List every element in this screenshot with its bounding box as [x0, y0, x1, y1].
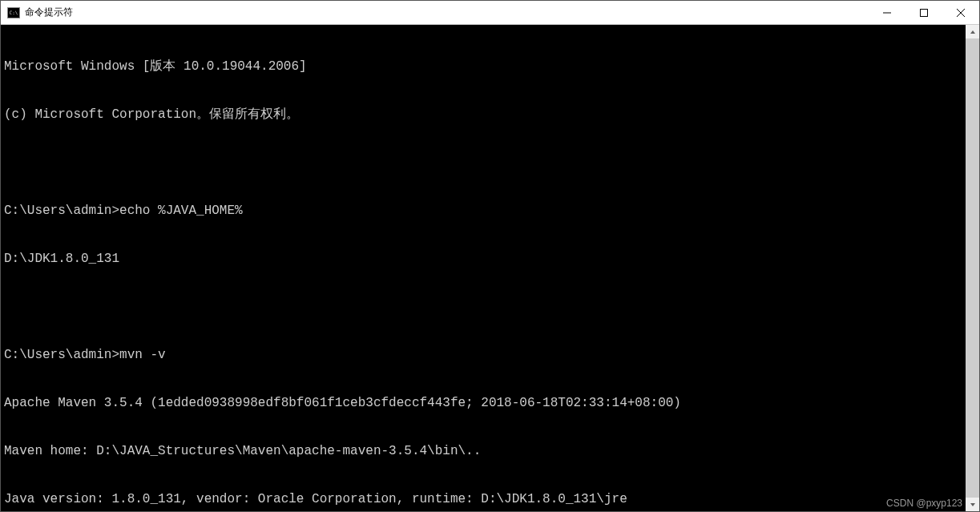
- chevron-up-icon: [970, 29, 976, 35]
- scroll-down-button[interactable]: [966, 498, 979, 511]
- vertical-scrollbar[interactable]: [966, 25, 979, 511]
- minimize-icon: [883, 9, 891, 17]
- terminal-output[interactable]: Microsoft Windows [版本 10.0.19044.2006] (…: [1, 25, 966, 511]
- terminal-line: Maven home: D:\JAVA_Structures\Maven\apa…: [4, 443, 962, 459]
- scroll-thumb[interactable]: [966, 38, 979, 498]
- svg-marker-4: [970, 30, 975, 34]
- terminal-line: C:\Users\admin>echo %JAVA_HOME%: [4, 203, 962, 219]
- svg-rect-1: [921, 9, 928, 16]
- cmd-icon: [7, 7, 20, 18]
- terminal-line: Apache Maven 3.5.4 (1edded0938998edf8bf0…: [4, 395, 962, 411]
- terminal-line: [4, 155, 962, 171]
- minimize-button[interactable]: [869, 1, 905, 24]
- scroll-up-button[interactable]: [966, 25, 979, 38]
- maximize-button[interactable]: [905, 1, 942, 24]
- watermark: CSDN @pxyp123: [886, 498, 962, 509]
- svg-marker-5: [970, 503, 975, 506]
- close-button[interactable]: [942, 1, 979, 24]
- terminal-line: Microsoft Windows [版本 10.0.19044.2006]: [4, 58, 962, 75]
- window-title: 命令提示符: [25, 6, 73, 19]
- titlebar[interactable]: 命令提示符: [1, 1, 979, 25]
- close-icon: [957, 9, 965, 17]
- chevron-down-icon: [970, 502, 976, 508]
- titlebar-left: 命令提示符: [1, 6, 73, 19]
- terminal-wrapper: Microsoft Windows [版本 10.0.19044.2006] (…: [1, 25, 979, 511]
- terminal-line: Java version: 1.8.0_131, vendor: Oracle …: [4, 491, 962, 507]
- terminal-line: D:\JDK1.8.0_131: [4, 251, 962, 267]
- scroll-track[interactable]: [966, 38, 979, 498]
- terminal-line: (c) Microsoft Corporation。保留所有权利。: [4, 107, 962, 123]
- terminal-line: C:\Users\admin>mvn -v: [4, 347, 962, 363]
- terminal-line: [4, 299, 962, 315]
- command-prompt-window: 命令提示符 Microsoft Windows [版本 10.0.19044.2…: [0, 0, 980, 512]
- titlebar-controls: [869, 1, 979, 24]
- maximize-icon: [920, 9, 928, 17]
